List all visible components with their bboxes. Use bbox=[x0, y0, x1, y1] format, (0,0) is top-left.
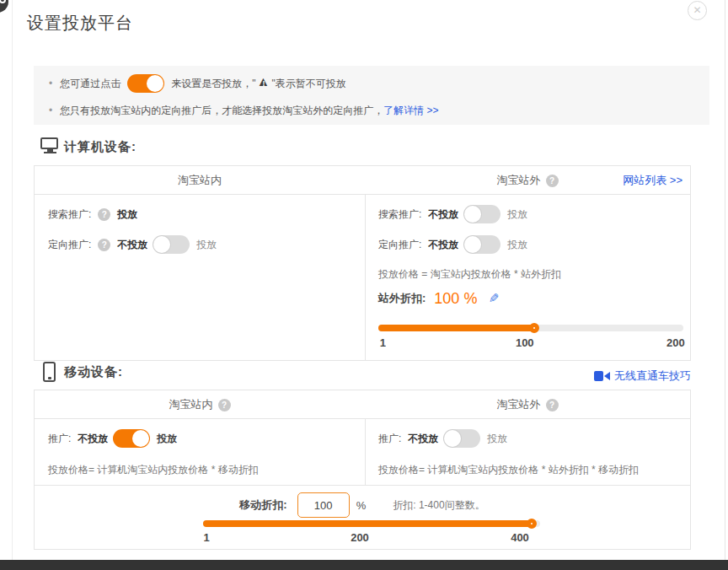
help-icon[interactable]: ? bbox=[546, 399, 559, 411]
promo-status: 不投放 bbox=[408, 432, 438, 446]
column-divider bbox=[365, 419, 366, 485]
mobile-icon bbox=[43, 362, 56, 382]
site-list-link-wrap: 网站列表 >> bbox=[623, 166, 682, 195]
dialog-title: 设置投放平台 bbox=[27, 12, 133, 35]
notice-line1-mid: 来设置是否投放，" bbox=[171, 77, 255, 91]
close-icon[interactable]: ✕ bbox=[688, 1, 707, 20]
computer-table-body: 搜索推广: ? 投放 定向推广: ? 不投放 投放 搜索推广: 不投放 投放 定… bbox=[35, 195, 690, 361]
mobile-onsite-header: 淘宝站内 ? bbox=[35, 390, 365, 419]
notice-line1-end: "表示暂不可投放 bbox=[271, 77, 345, 91]
slider-mid-label: 200 bbox=[351, 531, 369, 544]
mobile-onsite-promo-row: 推广: 不投放 投放 bbox=[48, 429, 177, 448]
offsite-discount-value: 100 % bbox=[434, 290, 477, 308]
modal-right-border bbox=[725, 0, 725, 560]
modal-left-border bbox=[12, 0, 13, 560]
offsite-price-formula: 投放价格 = 淘宝站内投放价格 * 站外折扣 bbox=[378, 267, 561, 282]
mobile-slider-labels: 1 200 400 bbox=[203, 531, 540, 545]
toggle-knob bbox=[153, 236, 170, 253]
toggle-knob bbox=[147, 75, 163, 92]
mobile-table-header: 淘宝站内 ? 淘宝站外 ? bbox=[35, 390, 690, 419]
mobile-section-title: 移动设备: bbox=[64, 364, 123, 380]
mobile-table-body: 推广: 不投放 投放 投放价格= 计算机淘宝站内投放价格 * 移动折扣 推广: … bbox=[35, 419, 690, 486]
notice-line-2: • 您只有投放淘宝站内的定向推广后，才能选择投放淘宝站外的定向推广， 了解详情 … bbox=[49, 103, 439, 118]
toggle-on-label: 投放 bbox=[487, 432, 507, 446]
help-icon[interactable]: ? bbox=[98, 208, 110, 221]
computer-offsite-target-row: 定向推广: 不投放 投放 bbox=[378, 235, 527, 254]
edit-icon[interactable]: ✎ bbox=[489, 291, 500, 306]
video-icon bbox=[594, 371, 610, 381]
mobile-table: 淘宝站内 ? 淘宝站外 ? 推广: 不投放 投放 投放价格= 计算机淘宝站内投放… bbox=[34, 390, 691, 550]
search-status: 投放 bbox=[117, 207, 137, 222]
slider-handle[interactable] bbox=[527, 519, 537, 529]
slider-handle[interactable] bbox=[529, 323, 539, 333]
mobile-discount-label: 移动折扣: bbox=[239, 497, 286, 513]
computer-table-header: 淘宝站内 淘宝站外 ? 网站列表 >> bbox=[35, 166, 690, 195]
slider-mid-label: 100 bbox=[516, 336, 534, 349]
mobile-discount-input[interactable] bbox=[297, 492, 350, 518]
computer-offsite-target-toggle[interactable] bbox=[463, 235, 500, 254]
notice-example-toggle[interactable] bbox=[127, 74, 164, 93]
mobile-onsite-formula: 投放价格= 计算机淘宝站内投放价格 * 移动折扣 bbox=[48, 463, 259, 477]
offsite-discount-line: 站外折扣: 100 % ✎ bbox=[378, 288, 500, 309]
mobile-discount-slider[interactable] bbox=[203, 520, 540, 527]
wireless-tips-link[interactable]: 无线直通车技巧 bbox=[614, 368, 691, 384]
warning-icon: ▲ ! bbox=[256, 77, 270, 90]
target-status: 不投放 bbox=[428, 238, 458, 252]
mobile-onsite-promo-toggle[interactable] bbox=[113, 429, 150, 448]
toggle-on-label: 投放 bbox=[507, 238, 527, 252]
computer-offsite-search-toggle[interactable] bbox=[463, 205, 500, 223]
offsite-discount-label: 站外折扣: bbox=[378, 291, 426, 306]
toggle-knob bbox=[444, 430, 461, 447]
computer-offsite-search-row: 搜索推广: 不投放 投放 bbox=[378, 205, 527, 223]
computer-icon bbox=[40, 137, 59, 155]
mobile-offsite-promo-row: 推广: 不投放 投放 bbox=[378, 429, 507, 448]
set-platform-dialog: 设置投放平台 ✕ • 您可通过点击 来设置是否投放，" ▲ ! "表示暂不可投放… bbox=[0, 0, 728, 570]
mobile-offsite-promo-toggle[interactable] bbox=[443, 429, 480, 448]
site-list-link[interactable]: 网站列表 >> bbox=[623, 173, 682, 188]
wireless-tips-link-wrap: 无线直通车技巧 bbox=[594, 368, 691, 384]
percent-unit: % bbox=[356, 499, 367, 512]
computer-onsite-search-row: 搜索推广: ? 投放 bbox=[48, 205, 142, 223]
notice-line2-text: 您只有投放淘宝站内的定向推广后，才能选择投放淘宝站外的定向推广， bbox=[60, 104, 383, 118]
background-dark-bar bbox=[0, 560, 728, 570]
discount-range-hint: 折扣: 1-400间整数。 bbox=[393, 498, 484, 513]
slider-max-label: 400 bbox=[511, 531, 529, 544]
computer-onsite-target-row: 定向推广: ? 不投放 投放 bbox=[48, 235, 217, 254]
slider-fill bbox=[203, 520, 532, 527]
bullet-icon: • bbox=[49, 105, 52, 116]
notice-line-1: • 您可通过点击 来设置是否投放，" ▲ ! "表示暂不可投放 bbox=[49, 73, 346, 94]
slider-min-label: 1 bbox=[380, 336, 386, 349]
target-status: 不投放 bbox=[117, 238, 147, 252]
toggle-on-label: 投放 bbox=[157, 432, 177, 446]
bullet-icon: • bbox=[49, 78, 52, 89]
mobile-discount-group: 移动折扣: % 折扣: 1-400间整数。 bbox=[35, 492, 690, 518]
notice-line1-pre: 您可通过点击 bbox=[60, 77, 120, 91]
promo-status: 不投放 bbox=[78, 432, 108, 446]
help-icon[interactable]: ? bbox=[98, 239, 110, 251]
toggle-knob bbox=[464, 206, 481, 223]
mobile-offsite-formula: 投放价格= 计算机淘宝站内投放价格 * 站外折扣 * 移动折扣 bbox=[378, 463, 639, 477]
mobile-offsite-header: 淘宝站外 ? bbox=[365, 390, 690, 419]
search-status: 不投放 bbox=[428, 207, 458, 222]
offsite-slider-labels: 1 100 200 bbox=[378, 336, 683, 350]
slider-max-label: 200 bbox=[666, 336, 685, 349]
learn-more-link[interactable]: 了解详情 >> bbox=[383, 104, 438, 118]
slider-fill bbox=[378, 325, 534, 331]
computer-section-title: 计算机设备: bbox=[64, 139, 136, 155]
toggle-on-label: 投放 bbox=[507, 207, 527, 222]
clipped-help-badge-icon bbox=[0, 0, 8, 13]
column-divider bbox=[365, 195, 366, 361]
computer-onsite-header: 淘宝站内 bbox=[35, 166, 365, 195]
toggle-knob bbox=[464, 236, 481, 253]
help-icon[interactable]: ? bbox=[218, 399, 231, 411]
offsite-discount-slider[interactable] bbox=[378, 325, 683, 331]
mobile-discount-area: 移动折扣: % 折扣: 1-400间整数。 1 200 400 bbox=[35, 486, 690, 550]
slider-min-label: 1 bbox=[203, 531, 209, 544]
notice-box: • 您可通过点击 来设置是否投放，" ▲ ! "表示暂不可投放 • 您只有投放淘… bbox=[34, 66, 709, 125]
toggle-knob bbox=[132, 430, 149, 447]
toggle-on-label: 投放 bbox=[196, 238, 217, 252]
computer-onsite-target-toggle[interactable] bbox=[153, 235, 190, 254]
help-icon[interactable]: ? bbox=[546, 175, 559, 187]
computer-table: 淘宝站内 淘宝站外 ? 网站列表 >> 搜索推广: ? 投放 定向推广: ? 不… bbox=[34, 165, 691, 361]
